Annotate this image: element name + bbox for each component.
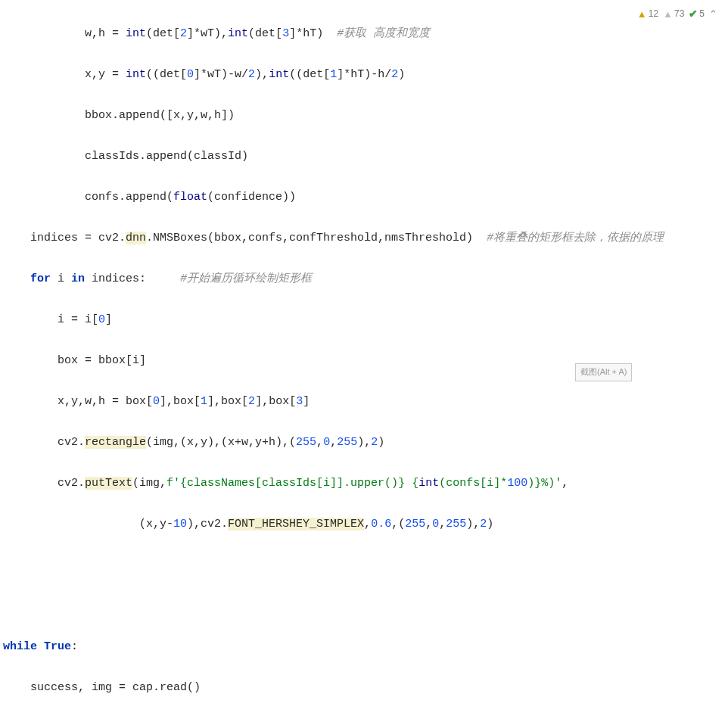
code-line: x,y,w,h = box[0],box[1],box[2],box[3] [0,391,728,412]
code-line: success, img = cap.read() [0,677,728,698]
code-line: cv2.putText(img,f'{classNames[classIds[i… [0,473,728,493]
code-line [0,555,728,575]
code-line: x,y = int((det[0]*wT)-w/2),int((det[1]*h… [0,64,728,85]
code-line: (x,y-10),cv2.FONT_HERSHEY_SIMPLEX,0.6,(2… [0,514,728,534]
code-line: while True: [0,636,728,657]
code-line: w,h = int(det[2]*wT),int(det[3]*hT) #获取 … [0,23,728,44]
code-line: classIds.append(classId) [0,146,728,166]
code-line [0,596,728,616]
screenshot-tooltip: 截图(Alt + A) [575,363,632,381]
code-line: bbox.append([x,y,w,h]) [0,105,728,126]
code-line: # print(type(img)) [0,718,728,722]
code-line: i = i[0] [0,310,728,330]
code-line: cv2.rectangle(img,(x,y),(x+w,y+h),(255,0… [0,432,728,453]
code-editor[interactable]: w,h = int(det[2]*wT),int(det[3]*hT) #获取 … [0,0,728,722]
code-line: confs.append(float(confidence)) [0,187,728,207]
code-line: indices = cv2.dnn.NMSBoxes(bbox,confs,co… [0,228,728,248]
code-line: for i in indices: #开始遍历循环绘制矩形框 [0,269,728,289]
